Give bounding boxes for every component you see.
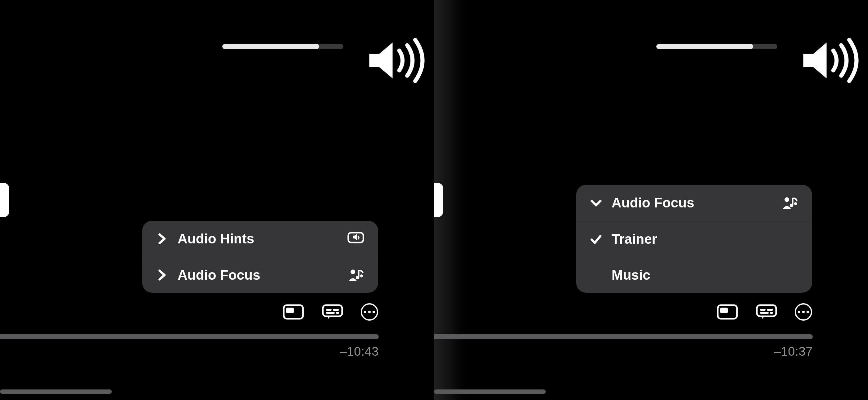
volume-control [222, 37, 378, 56]
home-indicator[interactable] [0, 390, 112, 394]
menu-item-audio-focus[interactable]: Audio Focus [142, 257, 378, 293]
pip-button[interactable] [282, 304, 304, 320]
audio-options-menu: Audio Hints Audio Focus [142, 221, 378, 293]
player-pane-left: Audio Hints Audio Focus [0, 0, 434, 400]
option-trainer[interactable]: Trainer [576, 221, 812, 257]
person-music-icon [781, 195, 799, 210]
volume-slider[interactable] [656, 44, 777, 49]
player-toolbar [716, 303, 812, 321]
player-pane-right: Audio Focus Trainer Music [434, 0, 868, 400]
chevron-right-icon [156, 269, 168, 281]
submenu-header-audio-focus[interactable]: Audio Focus [576, 185, 812, 221]
scrubber[interactable] [434, 334, 813, 339]
subtitles-button[interactable] [755, 304, 777, 320]
volume-fill [656, 44, 753, 49]
menu-item-label: Audio Focus [178, 267, 338, 283]
speaker-icon[interactable] [787, 37, 812, 56]
submenu-title: Audio Focus [612, 195, 772, 210]
volume-fill [222, 44, 319, 49]
side-handle[interactable] [0, 183, 9, 217]
scrubber[interactable] [0, 334, 379, 339]
player-toolbar [282, 303, 378, 321]
time-remaining: –10:37 [774, 344, 813, 359]
speaker-icon[interactable] [353, 37, 378, 56]
volume-control [656, 37, 812, 56]
chevron-down-icon [590, 197, 602, 209]
option-label: Music [612, 267, 772, 283]
audio-focus-submenu: Audio Focus Trainer Music [576, 185, 812, 293]
more-button[interactable] [361, 303, 378, 321]
volume-slider[interactable] [222, 44, 343, 49]
pip-button[interactable] [716, 304, 738, 320]
time-remaining: –10:43 [340, 344, 379, 359]
side-handle[interactable] [434, 183, 443, 217]
subtitles-button[interactable] [321, 304, 343, 320]
more-button[interactable] [795, 303, 812, 321]
menu-item-audio-hints[interactable]: Audio Hints [142, 221, 378, 257]
option-music[interactable]: Music [576, 257, 812, 293]
checkmark-icon [590, 233, 602, 245]
option-label: Trainer [612, 231, 772, 247]
person-music-icon [347, 268, 365, 282]
chevron-right-icon [156, 233, 168, 245]
home-indicator[interactable] [434, 390, 546, 394]
speech-speaker-icon [347, 231, 365, 246]
menu-item-label: Audio Hints [178, 231, 338, 246]
